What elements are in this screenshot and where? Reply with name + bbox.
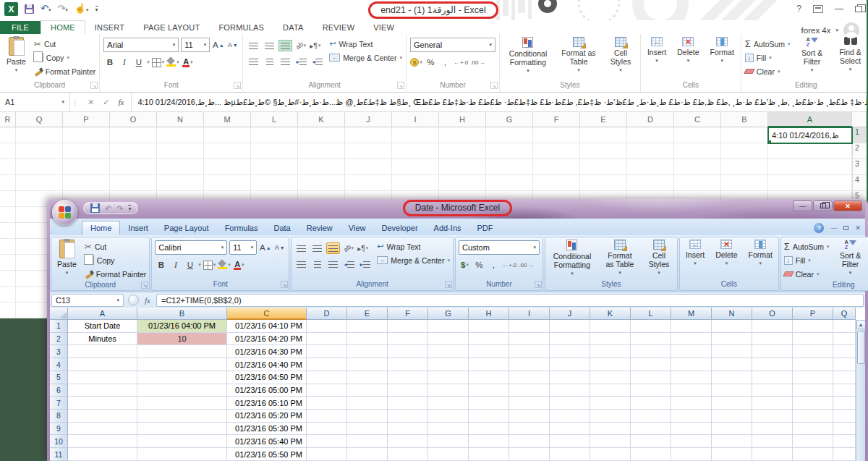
fg-cell-q2[interactable] [833,333,856,346]
fg-cell-m5[interactable] [671,371,712,384]
percent-style-button[interactable]: % [473,258,485,271]
font-color-button[interactable]: A▾ [233,258,245,271]
fg-cell-j6[interactable] [550,384,590,397]
fg-cell-e2[interactable] [347,333,388,346]
redo-button[interactable]: ↷ [116,203,123,213]
bg-cell[interactable] [16,175,63,191]
bg-cell[interactable] [16,159,63,175]
fg-cell-e10[interactable] [347,435,388,448]
fg-cell-p9[interactable] [793,423,833,436]
fg-row-header-5[interactable]: 5 [50,371,68,384]
middle-align-button[interactable] [310,242,324,254]
fg-tab-insert[interactable]: Insert [120,221,156,235]
dialog-launcher-icon[interactable]: ↘ [535,281,542,288]
fg-cell-h3[interactable] [469,345,509,358]
fg-cell-b11[interactable] [137,448,227,461]
fg-cell-q9[interactable] [833,423,856,436]
merge-center-button[interactable]: ↔Merge & Center▾ [377,253,450,267]
fg-cell-g6[interactable] [428,384,469,397]
bg-cell[interactable] [392,175,439,191]
formula-input[interactable]: 4:10 01/24/2016,ظ ...ط¸طµط§ط ظ‡ط£ط¸@ ظ..… [132,98,867,107]
bg-cell[interactable] [0,143,16,159]
fg-cell-f2[interactable] [388,333,428,346]
undo-button[interactable]: ↶▾ [41,4,51,15]
fg-cell-c4[interactable]: 01/23/16 04:40 PM [227,358,307,371]
orientation-button[interactable]: ab▾ [294,39,307,52]
fg-column-header-j[interactable]: J [550,308,590,320]
find-select-button[interactable]: Find & Select▾ [834,35,867,72]
fg-cell-b9[interactable] [137,423,227,436]
bg-cell[interactable] [345,175,392,191]
comma-style-button[interactable]: , [439,56,451,69]
dialog-launcher-icon[interactable]: ↘ [490,82,498,89]
account-dropdown-icon[interactable]: ▾ [835,28,838,33]
fg-cell-f7[interactable] [388,397,428,410]
fg-cell-n6[interactable] [712,384,752,397]
fg-cell-m7[interactable] [671,397,712,410]
customize-qat-button[interactable]: ▾ [95,6,98,12]
fg-cell-f8[interactable] [388,410,428,423]
fg-cell-i3[interactable] [509,345,550,358]
fg-cell-l5[interactable] [631,371,671,384]
close-button[interactable]: ✕ [833,200,862,211]
fg-cell-f4[interactable] [388,358,428,371]
fg-cell-h4[interactable] [469,358,509,371]
dialog-launcher-icon[interactable]: ↘ [397,82,404,89]
fg-cell-f6[interactable] [388,384,428,397]
fg-cell-l8[interactable] [631,410,671,423]
fg-column-header-h[interactable]: H [469,308,509,320]
bg-cell[interactable] [580,175,627,191]
fg-cell-b4[interactable] [137,358,227,371]
fg-cell-k3[interactable] [590,345,631,358]
bg-tab-page-layout[interactable]: PAGE LAYOUT [134,21,209,34]
fg-cell-e5[interactable] [347,371,388,384]
fg-cell-p1[interactable] [793,320,833,333]
excel-app-icon[interactable]: X [4,2,18,16]
fg-cell-a8[interactable] [68,410,137,423]
fg-cell-m10[interactable] [671,435,712,448]
cell-styles-button[interactable]: Cell Styles▾ [605,35,637,73]
account-name[interactable]: forex 4x [801,26,831,35]
fg-cell-d8[interactable] [307,410,347,423]
fg-cell-k4[interactable] [590,358,631,371]
bg-cell[interactable] [627,175,674,191]
fg-cell-a10[interactable] [68,435,137,448]
bg-cell[interactable] [204,143,251,159]
bg-cell[interactable] [768,175,852,191]
cancel-entry-button[interactable]: ✕ [88,98,94,107]
bg-cell[interactable] [63,159,110,175]
number-format-combo[interactable]: Custom▾ [459,240,540,255]
bg-cell[interactable] [345,159,392,175]
paste-button[interactable]: Paste▾ [54,238,80,276]
fg-column-header-c[interactable]: C [227,308,307,320]
fg-tab-page-layout[interactable]: Page Layout [156,221,217,235]
bg-cell[interactable] [627,159,674,175]
align-left-button[interactable] [247,56,260,67]
bg-cell[interactable] [533,175,580,191]
fg-cell-o4[interactable] [752,358,793,371]
bg-column-header-q[interactable]: Q [16,112,63,127]
format-as-table-button[interactable]: Format as Table▾ [558,35,600,73]
redo-button[interactable]: ↷▾ [57,4,67,15]
fg-cell-k11[interactable] [590,448,631,461]
insert-cells-button[interactable]: ←Insert▾ [683,238,707,266]
bg-cell[interactable] [0,175,16,191]
fg-cell-g4[interactable] [428,358,469,371]
fg-cell-b8[interactable] [137,410,227,423]
bg-cell[interactable] [298,159,345,175]
bg-column-header-f[interactable]: F [533,112,580,127]
workbook-minimize-icon[interactable]: — [830,224,837,232]
increase-decimal-button[interactable]: ←+.0 [454,56,468,69]
italic-button[interactable]: I [118,56,130,69]
fg-cell-e4[interactable] [347,358,388,371]
fg-cell-c7[interactable]: 01/23/16 05:10 PM [227,397,307,410]
insert-function-button[interactable]: fx [140,296,155,305]
bg-cell[interactable] [486,159,533,175]
bg-column-header-k[interactable]: K [298,112,345,127]
dialog-launcher-icon[interactable]: ↘ [90,82,98,89]
fg-cell-i6[interactable] [509,384,550,397]
fg-cell-j10[interactable] [550,435,590,448]
fg-column-header-i[interactable]: I [509,308,550,320]
fg-cell-i2[interactable] [509,333,550,346]
align-right-button[interactable] [278,56,292,67]
